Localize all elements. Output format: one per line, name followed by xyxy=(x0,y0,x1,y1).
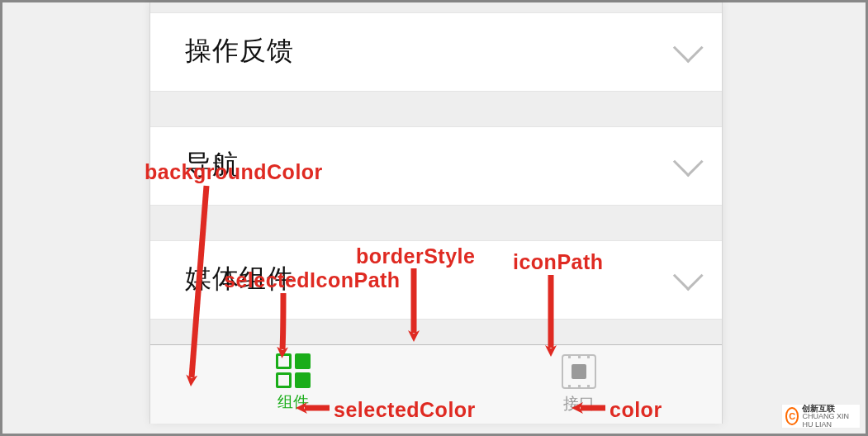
phone-frame: 操作反馈 导航 媒体组件 组件 接口 xyxy=(149,2,723,424)
anno-label-iconPath: iconPath xyxy=(513,250,604,274)
chip-icon xyxy=(561,353,597,390)
page-outer: 操作反馈 导航 媒体组件 组件 接口 xyxy=(0,0,868,436)
chevron-down-icon xyxy=(673,32,704,63)
watermark-text: 创新互联 CHUANG XIN HU LIAN xyxy=(802,404,856,429)
anno-label-selectedIconPath: selectedIconPath xyxy=(224,268,401,292)
tab-label: 接口 xyxy=(563,393,595,415)
anno-label-borderStyle: borderStyle xyxy=(356,244,475,268)
anno-label-backgroundColor: backgroundColor xyxy=(145,160,323,184)
watermark: C 创新互联 CHUANG XIN HU LIAN xyxy=(781,404,861,429)
list-item-label: 操作反馈 xyxy=(185,33,294,69)
list-item-feedback[interactable]: 操作反馈 xyxy=(150,12,722,92)
chevron-down-icon xyxy=(673,260,704,291)
chevron-down-icon xyxy=(673,146,704,177)
watermark-logo-icon: C xyxy=(785,407,799,425)
anno-label-selectedColor: selectedColor xyxy=(334,398,476,422)
tab-components[interactable]: 组件 xyxy=(244,353,343,424)
grid-icon xyxy=(276,353,311,388)
anno-label-color: color xyxy=(609,398,662,422)
tab-label: 组件 xyxy=(277,391,309,413)
